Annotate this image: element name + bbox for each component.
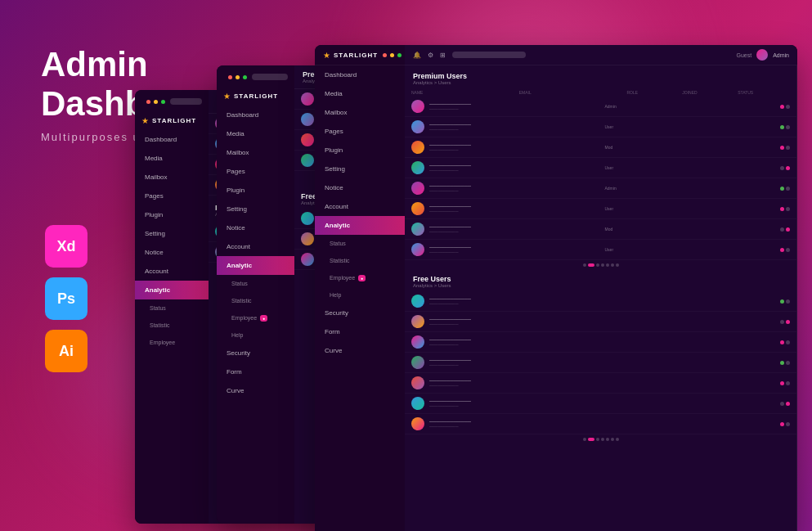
search-bar-md[interactable] — [252, 74, 288, 80]
nav-notice-md[interactable]: Notice — [217, 218, 294, 237]
bell-icon[interactable]: 🔔 — [413, 52, 421, 59]
nav-employee-sm[interactable]: Employee — [135, 334, 209, 351]
dot-close — [146, 100, 150, 104]
avatar — [301, 154, 314, 167]
nav-media-lg[interactable]: Media — [315, 84, 405, 103]
grid-icon[interactable]: ⊞ — [440, 52, 446, 59]
avatar — [301, 133, 314, 146]
dot-maximize — [161, 100, 165, 104]
nav-badge-lg: ● — [358, 275, 366, 281]
nav-setting-md[interactable]: Setting — [217, 200, 294, 218]
nav-help-md[interactable]: Help — [217, 326, 294, 344]
user-avatar[interactable] — [756, 49, 768, 61]
adobe-ps-icon: Ps — [45, 277, 87, 320]
nav-form-md[interactable]: Form — [217, 362, 294, 381]
gear-icon[interactable]: ⚙ — [428, 52, 433, 59]
premium-users-title-lg: Premium Users — [413, 72, 788, 80]
adobe-ai-icon: Ai — [45, 330, 87, 372]
avatar — [411, 295, 424, 308]
nav-curve-lg[interactable]: Curve — [315, 341, 405, 360]
nav-help-lg[interactable]: Help — [315, 286, 405, 304]
nav-dashboard-sm[interactable]: Dashboard — [135, 130, 209, 149]
nav-status-sm[interactable]: Status — [135, 299, 209, 317]
nav-dashboard-lg[interactable]: Dashboard — [315, 65, 405, 84]
nav-notice-sm[interactable]: Notice — [135, 243, 209, 262]
nav-plugin-sm[interactable]: Plugin — [135, 205, 209, 224]
nav-account-sm[interactable]: Account — [135, 262, 209, 281]
table-row: ────────────────────── Mod — [405, 219, 796, 240]
table-row: ────────────────────── Mod — [405, 137, 796, 158]
adobe-xd-icon: Xd — [45, 225, 87, 268]
premium-header-lg: Premium Users Analytics > Users — [405, 65, 796, 88]
avatar — [301, 212, 314, 225]
nav-notice-lg[interactable]: Notice — [315, 178, 405, 197]
search-bar-sm[interactable] — [170, 98, 202, 105]
avatar — [411, 100, 424, 113]
nav-mailbox-sm[interactable]: Mailbox — [135, 168, 209, 187]
nav-security-lg[interactable]: Security — [315, 304, 405, 322]
nav-form-lg[interactable]: Form — [315, 322, 405, 341]
table-row: ────────────────────── User — [405, 240, 796, 260]
sidebar-medium: ★ STARLIGHT Dashboard Media Mailbox Page… — [217, 65, 294, 524]
nav-statistic-lg[interactable]: Statistic — [315, 252, 405, 269]
nav-curve-md[interactable]: Curve — [217, 381, 294, 400]
adobe-icons-group: Xd Ps Ai — [45, 225, 87, 372]
main-content: Premium Users Analytics > Users NAME EMA… — [405, 65, 797, 531]
content-large: 🔔 ⚙ ⊞ Guest Admin Premium Users Ana — [405, 45, 797, 531]
avatar — [411, 417, 424, 430]
nav-analytic-lg[interactable]: Analytic — [315, 216, 405, 235]
dot-close-md — [228, 75, 232, 79]
premium-users-table-lg: ────────────────────── Admin ───────────… — [405, 97, 796, 260]
avatar — [411, 223, 424, 236]
col-joined: JOINED — [682, 90, 734, 95]
nav-setting-lg[interactable]: Setting — [315, 160, 405, 178]
nav-menu-md: Dashboard Media Mailbox Pages Plugin Set… — [217, 106, 294, 400]
nav-status-md[interactable]: Status — [217, 275, 294, 292]
avatar — [301, 113, 314, 126]
search-bar-lg[interactable] — [452, 52, 526, 58]
nav-account-md[interactable]: Account — [217, 237, 294, 256]
table-row: ────────────────────── User — [405, 199, 796, 219]
nav-statistic-sm[interactable]: Statistic — [135, 317, 209, 334]
star-icon-md: ★ — [223, 92, 231, 101]
nav-pages-sm[interactable]: Pages — [135, 187, 209, 205]
table-row: ────────────────────── — [405, 332, 796, 353]
col-email: EMAIL — [519, 90, 624, 95]
nav-pages-md[interactable]: Pages — [217, 162, 294, 181]
nav-dashboard-md[interactable]: Dashboard — [217, 106, 294, 124]
nav-analytic-sm[interactable]: Analytic — [135, 281, 209, 299]
nav-security-md[interactable]: Security — [217, 344, 294, 362]
nav-setting-sm[interactable]: Setting — [135, 224, 209, 243]
logo-text-sm: STARLIGHT — [152, 117, 196, 124]
sidebar-header-small — [135, 90, 209, 113]
username: Admin — [773, 52, 789, 58]
nav-employee-lg[interactable]: Employee ● — [315, 269, 405, 286]
col-status: STATUS — [738, 90, 790, 95]
table-row: ────────────────────── Admin — [405, 178, 796, 199]
table-row: ────────────────────── — [405, 353, 796, 373]
nav-mailbox-md[interactable]: Mailbox — [217, 143, 294, 162]
nav-account-lg[interactable]: Account — [315, 197, 405, 216]
table-row: ────────────────────── User — [405, 117, 796, 137]
avatar — [411, 315, 424, 328]
nav-plugin-md[interactable]: Plugin — [217, 181, 294, 200]
nav-media-sm[interactable]: Media — [135, 149, 209, 168]
table-row: ────────────────────── — [405, 373, 796, 394]
nav-status-lg[interactable]: Status — [315, 235, 405, 252]
avatar — [411, 141, 424, 154]
nav-mailbox-lg[interactable]: Mailbox — [315, 103, 405, 122]
avatar — [411, 120, 424, 133]
logo-text-lg: STARLIGHT — [334, 52, 378, 59]
nav-statistic-md[interactable]: Statistic — [217, 292, 294, 309]
avatar — [411, 335, 424, 349]
nav-badge-md: ● — [260, 315, 267, 322]
lg-sidebar-header: ★ STARLIGHT — [315, 45, 405, 65]
avatar — [411, 376, 424, 389]
dot-maximize-lg — [397, 53, 402, 57]
pagination-premium-lg — [405, 260, 796, 270]
nav-pages-lg[interactable]: Pages — [315, 122, 405, 141]
nav-analytic-md[interactable]: Analytic — [217, 256, 294, 275]
nav-plugin-lg[interactable]: Plugin — [315, 141, 405, 160]
nav-employee-md[interactable]: Employee ● — [217, 309, 294, 326]
nav-media-md[interactable]: Media — [217, 124, 294, 143]
